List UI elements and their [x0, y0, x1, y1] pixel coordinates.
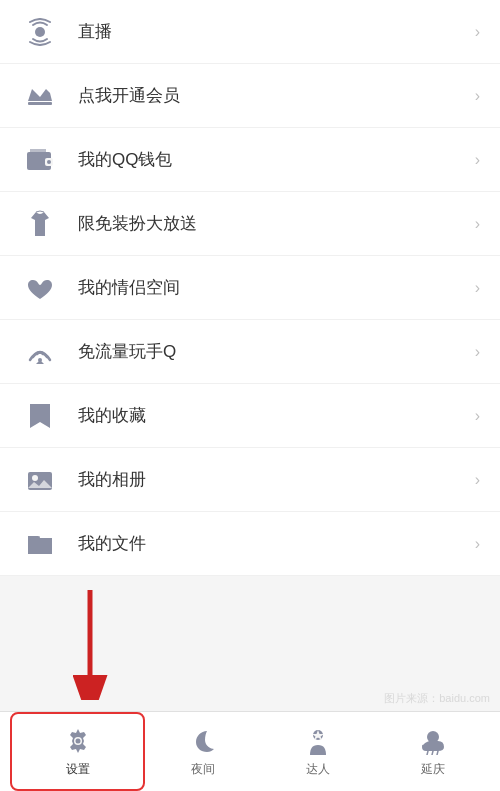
arrow-icon-live: ›: [475, 23, 480, 41]
bookmark-icon: [20, 396, 60, 436]
menu-label-files: 我的文件: [78, 532, 475, 555]
menu-label-favorites: 我的收藏: [78, 404, 475, 427]
files-icon: [20, 524, 60, 564]
weather-nav-icon: [417, 725, 449, 757]
costume-icon: [20, 204, 60, 244]
nav-item-night[interactable]: 夜间: [145, 712, 260, 791]
menu-item-vip[interactable]: 点我开通会员 ›: [0, 64, 500, 128]
menu-item-live[interactable]: 直播 ›: [0, 0, 500, 64]
vip-icon: [20, 76, 60, 116]
arrow-icon-vip: ›: [475, 87, 480, 105]
menu-label-free-traffic: 免流量玩手Q: [78, 340, 475, 363]
nav-label-weather: 延庆: [421, 761, 445, 778]
menu-item-files[interactable]: 我的文件 ›: [0, 512, 500, 576]
menu-label-album: 我的相册: [78, 468, 475, 491]
nav-item-talent[interactable]: 达人: [260, 712, 375, 791]
menu-item-couple[interactable]: 我的情侣空间 ›: [0, 256, 500, 320]
menu-item-wallet[interactable]: 我的QQ钱包 ›: [0, 128, 500, 192]
nav-label-talent: 达人: [306, 761, 330, 778]
album-icon: [20, 460, 60, 500]
menu-item-free-traffic[interactable]: 免流量玩手Q ›: [0, 320, 500, 384]
menu-list: 直播 › 点我开通会员 › 我的QQ钱包 ›: [0, 0, 500, 576]
menu-item-album[interactable]: 我的相册 ›: [0, 448, 500, 512]
signal-icon: [20, 332, 60, 372]
menu-item-favorites[interactable]: 我的收藏 ›: [0, 384, 500, 448]
night-nav-icon: [187, 725, 219, 757]
svg-point-7: [32, 475, 38, 481]
nav-item-weather[interactable]: 延庆: [375, 712, 490, 791]
live-icon: [20, 12, 60, 52]
menu-label-wallet: 我的QQ钱包: [78, 148, 475, 171]
bottom-nav: 设置 夜间 达人 延庆: [0, 711, 500, 791]
menu-label-vip: 点我开通会员: [78, 84, 475, 107]
settings-nav-icon: [62, 725, 94, 757]
arrow-icon-free-traffic: ›: [475, 343, 480, 361]
arrow-icon-couple: ›: [475, 279, 480, 297]
menu-label-costume: 限免装扮大放送: [78, 212, 475, 235]
wallet-icon: [20, 140, 60, 180]
arrow-icon-album: ›: [475, 471, 480, 489]
arrow-icon-files: ›: [475, 535, 480, 553]
menu-item-costume[interactable]: 限免装扮大放送 ›: [0, 192, 500, 256]
nav-label-settings: 设置: [66, 761, 90, 778]
svg-point-0: [35, 27, 45, 37]
watermark: 图片来源：baidu.com: [384, 691, 490, 706]
arrow-icon-wallet: ›: [475, 151, 480, 169]
svg-point-13: [75, 739, 80, 744]
couple-icon: [20, 268, 60, 308]
menu-label-couple: 我的情侣空间: [78, 276, 475, 299]
nav-label-night: 夜间: [191, 761, 215, 778]
svg-rect-9: [30, 536, 40, 540]
nav-item-settings[interactable]: 设置: [10, 712, 145, 791]
svg-rect-1: [28, 102, 52, 105]
arrow-icon-favorites: ›: [475, 407, 480, 425]
svg-point-4: [47, 160, 51, 164]
menu-label-live: 直播: [78, 20, 475, 43]
talent-nav-icon: [302, 725, 334, 757]
arrow-icon-costume: ›: [475, 215, 480, 233]
annotation-arrow: [30, 580, 150, 700]
svg-rect-8: [28, 540, 52, 554]
